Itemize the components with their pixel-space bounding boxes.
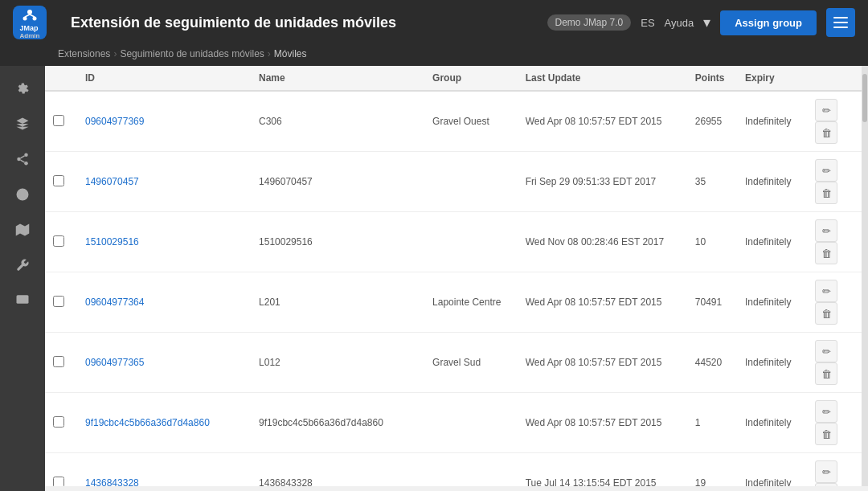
lang-dropdown[interactable]: ES: [641, 17, 654, 29]
svg-point-2: [33, 17, 37, 21]
svg-point-6: [17, 158, 21, 162]
row-checkbox-cell: [45, 453, 77, 487]
id-link[interactable]: 09604977365: [85, 357, 144, 368]
row-group: [424, 393, 518, 453]
svg-line-8: [20, 160, 24, 162]
row-name: 1510029516: [251, 212, 424, 272]
row-checkbox[interactable]: [53, 175, 64, 186]
row-checkbox-cell: [45, 212, 77, 272]
sidebar-icon-share[interactable]: [8, 145, 37, 174]
row-expiry: Indefinitely: [737, 152, 805, 212]
row-id: 9f19cbc4c5b66a36d7d4a860: [77, 393, 251, 453]
row-expiry: Indefinitely: [737, 272, 805, 333]
row-name: L012: [251, 333, 424, 393]
assign-group-button[interactable]: Assign group: [720, 10, 817, 35]
logo-area: JMapAdmin: [13, 6, 55, 39]
col-name: Name: [251, 66, 424, 91]
row-checkbox[interactable]: [53, 235, 64, 247]
more-options-btn[interactable]: ▾: [703, 14, 710, 31]
sidebar-icon-gear[interactable]: [8, 74, 37, 103]
row-actions: ✏ 🗑: [805, 453, 862, 487]
row-expiry: Indefinitely: [737, 333, 805, 393]
edit-button[interactable]: ✏: [815, 99, 837, 121]
row-group: Gravel Sud: [424, 333, 518, 393]
content-area: ID Name Group Last Update Points Expiry …: [45, 66, 862, 486]
hamburger-menu-button[interactable]: [826, 8, 855, 37]
row-actions: ✏ 🗑: [805, 333, 862, 393]
id-link[interactable]: 1436843328: [85, 477, 139, 486]
breadcrumb-item-2[interactable]: Seguimiento de unidades móviles: [120, 48, 264, 59]
id-link[interactable]: 09604977369: [85, 116, 144, 127]
col-checkbox: [45, 66, 77, 91]
edit-button[interactable]: ✏: [815, 280, 837, 302]
row-name: C306: [251, 91, 424, 152]
id-link[interactable]: 1510029516: [85, 236, 139, 248]
sidebar-bottom-expand[interactable]: »: [0, 486, 45, 491]
svg-marker-12: [16, 224, 30, 236]
table-row: 1510029516 1510029516 Wed Nov 08 00:28:4…: [45, 212, 862, 272]
help-dropdown[interactable]: Ayuda: [665, 17, 694, 29]
table-row: 9f19cbc4c5b66a36d7d4a860 9f19cbc4c5b66a3…: [45, 393, 862, 453]
row-checkbox[interactable]: [53, 296, 64, 307]
sidebar-icon-layers[interactable]: [8, 109, 37, 138]
row-actions: ✏ 🗑: [805, 152, 862, 212]
row-id: 1436843328: [77, 453, 251, 487]
sidebar-icon-globe[interactable]: [8, 180, 37, 209]
delete-button[interactable]: 🗑: [815, 302, 837, 325]
table-row: 1496070457 1496070457 Fri Sep 29 09:51:3…: [45, 152, 862, 212]
edit-button[interactable]: ✏: [815, 159, 837, 182]
row-points: 26955: [687, 91, 737, 152]
row-last-update: Fri Sep 29 09:51:33 EDT 2017: [518, 152, 687, 212]
breadcrumb-sep-2: ›: [268, 48, 271, 59]
row-name: L201: [251, 272, 424, 333]
row-checkbox[interactable]: [53, 115, 64, 126]
svg-point-5: [24, 153, 28, 158]
id-link[interactable]: 09604977364: [85, 297, 144, 308]
row-actions: ✏ 🗑: [805, 272, 862, 333]
svg-line-9: [20, 156, 24, 158]
hamburger-line-3: [833, 27, 848, 28]
row-points: 10: [687, 212, 737, 272]
row-name: 9f19cbc4c5b66a36d7d4a860: [251, 393, 424, 453]
delete-button[interactable]: 🗑: [815, 483, 837, 486]
delete-button[interactable]: 🗑: [815, 242, 837, 264]
sidebar-icon-wrench[interactable]: [8, 251, 37, 280]
row-id: 09604977369: [77, 91, 251, 152]
edit-button[interactable]: ✏: [815, 219, 837, 242]
row-group: [424, 212, 518, 272]
row-checkbox[interactable]: [53, 477, 64, 487]
row-group: [424, 453, 518, 487]
row-group: Gravel Ouest: [424, 91, 518, 152]
edit-button[interactable]: ✏: [815, 340, 837, 362]
row-actions: ✏ 🗑: [805, 393, 862, 453]
table-row: 09604977365 L012 Gravel Sud Wed Apr 08 1…: [45, 333, 862, 393]
row-id: 09604977364: [77, 272, 251, 333]
delete-button[interactable]: 🗑: [815, 423, 837, 445]
hamburger-line-2: [833, 22, 848, 23]
svg-point-1: [23, 17, 27, 21]
scroll-thumb[interactable]: [862, 74, 867, 122]
row-last-update: Wed Apr 08 10:57:57 EDT 2015: [518, 272, 687, 333]
breadcrumb-item-1[interactable]: Extensiones: [58, 48, 110, 59]
demo-badge: Demo JMap 7.0: [547, 14, 632, 31]
sidebar-icon-monitor[interactable]: [8, 286, 37, 315]
row-name: 1496070457: [251, 152, 424, 212]
sidebar-icon-map[interactable]: [8, 215, 37, 244]
delete-button[interactable]: 🗑: [815, 121, 837, 144]
logo-box: JMapAdmin: [13, 6, 47, 39]
top-header: JMapAdmin Extensión de seguimiento de un…: [0, 0, 868, 45]
id-link[interactable]: 1496070457: [85, 176, 139, 187]
row-checkbox-cell: [45, 272, 77, 333]
units-table: ID Name Group Last Update Points Expiry …: [45, 66, 862, 486]
sidebar: [0, 66, 45, 486]
row-expiry: Indefinitely: [737, 393, 805, 453]
row-checkbox[interactable]: [53, 356, 64, 367]
delete-button[interactable]: 🗑: [815, 182, 837, 204]
edit-button[interactable]: ✏: [815, 400, 837, 423]
table-row: 09604977369 C306 Gravel Ouest Wed Apr 08…: [45, 91, 862, 152]
delete-button[interactable]: 🗑: [815, 362, 837, 385]
edit-button[interactable]: ✏: [815, 460, 837, 483]
row-checkbox[interactable]: [53, 416, 64, 428]
id-link[interactable]: 9f19cbc4c5b66a36d7d4a860: [85, 417, 210, 428]
row-id: 1496070457: [77, 152, 251, 212]
